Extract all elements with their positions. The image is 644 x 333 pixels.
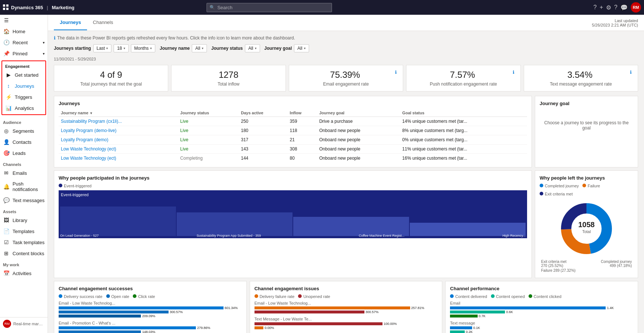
bar xyxy=(255,311,364,313)
bar xyxy=(450,311,505,313)
sidebar-item-activities[interactable]: 📅 Activities xyxy=(0,268,48,279)
pin-icon: 📌 xyxy=(3,51,10,56)
sidebar-leads-label: Leads xyxy=(13,150,25,156)
bar-row: Email1.4K0.6K0.7K xyxy=(450,301,633,318)
sidebar-item-push-notifications[interactable]: 🔔 Push notifications xyxy=(0,178,48,195)
sidebar-item-emails[interactable]: ✉ Emails xyxy=(0,167,48,178)
topbar: Dynamics 365 | Marketing 🔍 ? + ⚙ ? 💬 RM xyxy=(0,0,644,15)
journeys-table-title: Journeys xyxy=(59,101,527,106)
journey-table: Journey name ▼ Journey status Days activ… xyxy=(59,109,527,163)
journey-link[interactable]: Loyalty Program (demo) xyxy=(61,137,108,142)
bar-label: Email - Low Waste Technolog... xyxy=(255,301,438,305)
info-icon: ℹ xyxy=(54,35,56,41)
table-row: Loyalty Program (demo) Live 317 21 Onboa… xyxy=(59,135,527,145)
recent-icon: 🕐 xyxy=(3,39,10,45)
sidebar-item-task-templates[interactable]: ☑ Task templates xyxy=(0,237,48,248)
tab-journeys[interactable]: Journeys xyxy=(54,15,87,30)
sidebar-item-contacts[interactable]: 👤 Contacts xyxy=(0,136,48,148)
library-icon: 🖼 xyxy=(3,217,10,223)
main-area: Journeys Channels Last updated 5/26/2023… xyxy=(48,15,644,333)
filter-last-select[interactable]: Last ▾ xyxy=(93,44,112,52)
bar-0 xyxy=(60,207,176,236)
stat-label-2: Email engagement rate xyxy=(295,81,397,87)
play-icon: ▶ xyxy=(5,72,12,78)
bar-row: Email - Low Waste Technolog...257.81%300… xyxy=(255,301,438,314)
th-journey-name: Journey name ▼ xyxy=(59,109,178,117)
search-input[interactable] xyxy=(207,3,332,12)
segments-icon: ◎ xyxy=(3,128,10,134)
sidebar-item-library[interactable]: 🖼 Library xyxy=(0,215,48,226)
stat-info-icon-3[interactable]: ℹ xyxy=(513,70,515,75)
chat-icon[interactable]: 💬 xyxy=(620,4,628,11)
analytics-icon: 📊 xyxy=(5,105,12,111)
stat-value-0: 4 of 9 xyxy=(60,70,162,80)
stat-label-1: Total inflow xyxy=(177,81,279,87)
table-row: Low Waste Technology (ect) Completing 14… xyxy=(59,154,527,163)
sidebar-library-label: Library xyxy=(13,218,27,223)
search-icon: 🔍 xyxy=(210,5,215,10)
sidebar-item-segments[interactable]: ◎ Segments xyxy=(0,125,48,136)
journey-link[interactable]: Low Waste Technology (ect) xyxy=(61,146,116,152)
sidebar-get-started-label: Get started xyxy=(15,72,38,78)
sidebar-item-get-started[interactable]: ▶ Get started xyxy=(2,69,45,80)
templates-icon: 📄 xyxy=(3,228,10,234)
help-icon[interactable]: ? xyxy=(614,4,617,11)
sidebar-item-content-blocks[interactable]: ⊞ Content blocks xyxy=(0,248,48,259)
filter-journey-name-select[interactable]: All ▾ xyxy=(192,44,207,52)
sidebar-item-triggers[interactable]: ⚡ Triggers xyxy=(2,91,45,103)
why-participated-chart: Event-triggered On Lead Generation - 527… xyxy=(59,190,527,238)
engagement-section: Engagement ▶ Get started ↕ Journeys ⚡ Tr… xyxy=(1,60,46,115)
why-left-legend: Completed journey Failure Exit criteria … xyxy=(540,184,633,196)
sidebar-item-analytics[interactable]: 📊 Analytics xyxy=(2,103,45,114)
plus-icon[interactable]: + xyxy=(600,4,603,11)
filter-18-select[interactable]: 18 ▾ xyxy=(114,44,128,52)
sidebar-activities-label: Activities xyxy=(13,271,31,276)
journey-link[interactable]: Loyalty Program (demo-live) xyxy=(61,128,117,133)
sidebar-item-leads[interactable]: 🎯 Leads xyxy=(0,148,48,159)
why-participated-title: Why people participated in the journeys xyxy=(59,175,527,181)
bar-value: 0.7K xyxy=(479,314,486,318)
stat-info-icon-2[interactable]: ℹ xyxy=(395,70,397,75)
stat-card-4: ℹ 3.54% Text message engagement rate xyxy=(524,65,638,91)
contacts-icon: 👤 xyxy=(3,139,10,145)
sidebar-item-templates[interactable]: 📄 Templates xyxy=(0,226,48,237)
channel-issues-title: Channel engagement issues xyxy=(255,286,438,291)
filter-months-select[interactable]: Months ▾ xyxy=(131,44,155,52)
filter-journey-status-select[interactable]: All ▾ xyxy=(245,44,260,52)
task-templates-icon: ☑ xyxy=(3,239,10,245)
bar-value: 0.6K xyxy=(506,310,513,314)
sidebar-item-journeys[interactable]: ↕ Journeys xyxy=(2,80,45,91)
bar-row: Email - Low Waste Technolog...601.34%300… xyxy=(59,301,242,318)
leads-icon: 🎯 xyxy=(3,150,10,156)
sidebar-footer-label: Real-time marketi... xyxy=(13,322,45,326)
sidebar-footer[interactable]: RM Real-time marketi... xyxy=(0,317,48,330)
journeys-section: Journeys Journey name ▼ Journey status D… xyxy=(54,96,638,167)
gear-icon[interactable]: ⚙ xyxy=(606,4,611,11)
question-circle-icon[interactable]: ? xyxy=(593,4,597,11)
sidebar-item-pinned[interactable]: 📌 Pinned ▾ xyxy=(0,48,48,59)
stat-info-icon-4[interactable]: ℹ xyxy=(630,70,632,75)
table-row: Loyalty Program (demo-live) Live 180 118… xyxy=(59,126,527,135)
why-participated-legend: Event-triggered xyxy=(59,184,527,188)
email-icon: ✉ xyxy=(3,170,10,176)
journey-link[interactable]: Low Waste Technology (ect) xyxy=(61,156,116,161)
sidebar-item-recent[interactable]: 🕐 Recent ▾ xyxy=(0,37,48,48)
sidebar-item-hamburger[interactable]: ☰ xyxy=(0,15,48,26)
sort-arrow-icon: ▼ xyxy=(90,111,93,115)
table-row: Sustainability Program (cx1li)... Live 2… xyxy=(59,117,527,126)
channel-performance-legend: Content delivered Content opened Content… xyxy=(450,294,633,299)
grid-icon xyxy=(3,4,9,10)
audience-section-label: Audience xyxy=(0,117,48,125)
sidebar-item-home[interactable]: 🏠 Home xyxy=(0,26,48,37)
bar-label: Email - Low Waste Technolog... xyxy=(59,301,242,305)
filter-journey-goal-label: Journey goal xyxy=(264,46,292,51)
sidebar-item-text-messages[interactable]: 💬 Text messages xyxy=(0,195,48,206)
sms-icon: 💬 xyxy=(3,197,10,203)
topbar-actions: ? + ⚙ ? 💬 RM xyxy=(593,2,641,13)
channel-issues-card: Channel engagement issues Delivery failu… xyxy=(250,281,443,333)
filter-journey-goal-select[interactable]: All ▾ xyxy=(294,44,309,52)
journey-link[interactable]: Sustainability Program (cx1li)... xyxy=(61,119,122,124)
avatar[interactable]: RM xyxy=(631,2,641,13)
table-row: Low Waste Technology (ect) Live 143 308 … xyxy=(59,145,527,154)
tab-channels[interactable]: Channels xyxy=(87,15,119,30)
